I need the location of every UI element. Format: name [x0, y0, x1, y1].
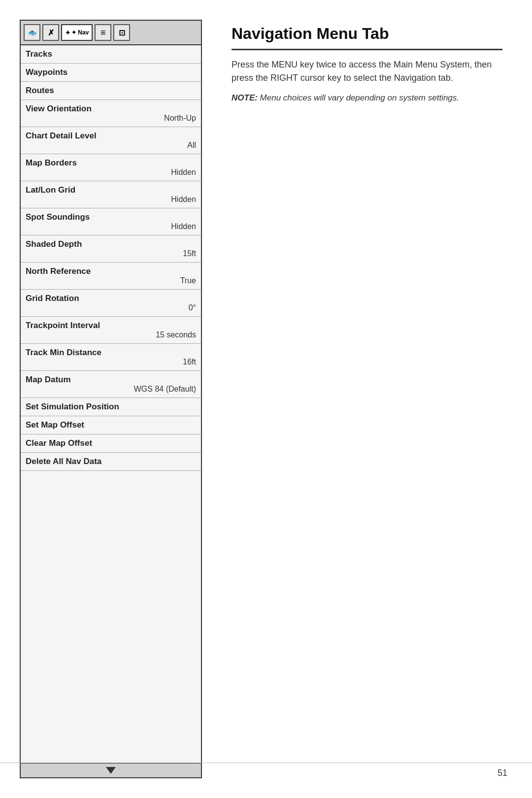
cursor-tab-icon[interactable]: ✗: [42, 24, 59, 41]
page-number-bar: 51: [0, 763, 532, 783]
menu-item-grid-rotation[interactable]: Grid Rotation 0°: [21, 290, 201, 317]
menu-item-chart-detail[interactable]: Chart Detail Level All: [21, 127, 201, 154]
grid-rotation-label: Grid Rotation: [26, 294, 196, 303]
menu-item-map-datum[interactable]: Map Datum WGS 84 (Default): [21, 371, 201, 398]
note-label: NOTE:: [232, 93, 258, 102]
menu-item-tracks[interactable]: Tracks: [21, 45, 201, 64]
save-symbol: ⊡: [119, 28, 125, 37]
routes-label: Routes: [26, 86, 196, 96]
shaded-depth-label: Shaded Depth: [26, 239, 196, 249]
menu-item-routes[interactable]: Routes: [21, 82, 201, 100]
waypoints-label: Waypoints: [26, 67, 196, 77]
compass-icon: ✦: [65, 29, 70, 36]
map-borders-value: Hidden: [26, 168, 196, 177]
cursor-symbol: ✗: [48, 28, 54, 37]
save-tab-icon[interactable]: ⊡: [113, 24, 130, 41]
chart-detail-label: Chart Detail Level: [26, 131, 196, 141]
map-borders-label: Map Borders: [26, 158, 196, 168]
view-orientation-value: North-Up: [26, 114, 196, 123]
trackpoint-interval-label: Trackpoint Interval: [26, 321, 196, 331]
tracks-label: Tracks: [26, 49, 196, 59]
list-tab-icon[interactable]: ≡: [95, 24, 111, 41]
menu-item-delete-all-nav[interactable]: Delete All Nav Data: [21, 453, 201, 471]
nav-tab-label: ✦ Nav: [71, 29, 89, 36]
menu-item-shaded-depth[interactable]: Shaded Depth 15ft: [21, 235, 201, 263]
latlon-grid-label: Lat/Lon Grid: [26, 185, 196, 195]
view-orientation-label: View Orientation: [26, 104, 196, 114]
note-body: Menu choices will vary depending on syst…: [258, 93, 459, 102]
set-map-offset-label: Set Map Offset: [26, 420, 196, 430]
menu-item-trackpoint-interval[interactable]: Trackpoint Interval 15 seconds: [21, 317, 201, 344]
menu-items-list: Tracks Waypoints Routes View Orientation…: [21, 45, 201, 763]
fish-symbol: 🐟: [28, 29, 36, 36]
tab-bar: 🐟 ✗ ✦ ✦ Nav ≡ ⊡: [21, 21, 201, 45]
menu-item-spot-soundings[interactable]: Spot Soundings Hidden: [21, 208, 201, 235]
nav-tab-icon[interactable]: ✦ ✦ Nav: [61, 24, 93, 41]
set-simulation-label: Set Simulation Position: [26, 402, 196, 412]
menu-item-set-simulation[interactable]: Set Simulation Position: [21, 398, 201, 416]
latlon-grid-value: Hidden: [26, 195, 196, 204]
menu-item-track-min-distance[interactable]: Track Min Distance 16ft: [21, 344, 201, 371]
list-symbol: ≡: [100, 28, 106, 38]
trackpoint-interval-value: 15 seconds: [26, 331, 196, 339]
menu-item-map-borders[interactable]: Map Borders Hidden: [21, 154, 201, 181]
content-panel: Navigation Menu Tab Press the MENU key t…: [222, 20, 512, 778]
menu-item-set-map-offset[interactable]: Set Map Offset: [21, 416, 201, 434]
north-reference-value: True: [26, 276, 196, 285]
grid-rotation-value: 0°: [26, 303, 196, 312]
spot-soundings-value: Hidden: [26, 222, 196, 231]
clear-map-offset-label: Clear Map Offset: [26, 438, 196, 448]
page-title: Navigation Menu Tab: [232, 25, 502, 50]
page-number: 51: [498, 768, 507, 778]
north-reference-label: North Reference: [26, 266, 196, 276]
menu-item-clear-map-offset[interactable]: Clear Map Offset: [21, 434, 201, 453]
spot-soundings-label: Spot Soundings: [26, 212, 196, 222]
track-min-distance-label: Track Min Distance: [26, 348, 196, 358]
note-text: NOTE: Menu choices will vary depending o…: [232, 92, 502, 104]
track-min-distance-value: 16ft: [26, 358, 196, 366]
map-datum-value: WGS 84 (Default): [26, 385, 196, 394]
fish-tab-icon[interactable]: 🐟: [24, 24, 40, 41]
menu-item-waypoints[interactable]: Waypoints: [21, 64, 201, 82]
menu-item-view-orientation[interactable]: View Orientation North-Up: [21, 100, 201, 127]
menu-item-north-reference[interactable]: North Reference True: [21, 263, 201, 290]
description-text: Press the MENU key twice to access the M…: [232, 58, 502, 85]
chart-detail-value: All: [26, 141, 196, 150]
menu-panel: 🐟 ✗ ✦ ✦ Nav ≡ ⊡ Tracks Waypoints: [20, 20, 202, 778]
map-datum-label: Map Datum: [26, 375, 196, 385]
delete-all-nav-label: Delete All Nav Data: [26, 457, 196, 466]
shaded-depth-value: 15ft: [26, 249, 196, 258]
menu-item-latlon-grid[interactable]: Lat/Lon Grid Hidden: [21, 181, 201, 208]
